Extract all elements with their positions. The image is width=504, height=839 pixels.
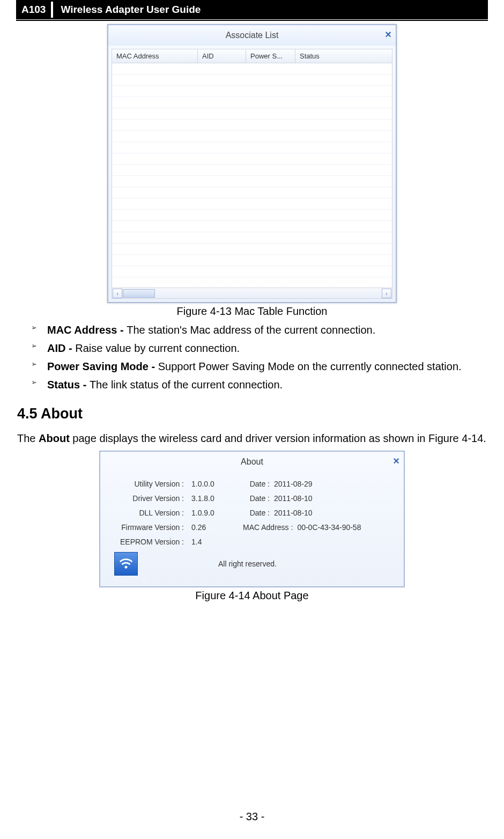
figure-2-caption: Figure 4-14 About Page (17, 590, 487, 602)
col-power[interactable]: Power S... (246, 49, 295, 63)
utility-date-value: 2011-08-29 (274, 480, 313, 488)
firmware-version-label: Firmware Version : (112, 523, 191, 532)
bullet-bold: AID - (47, 342, 75, 354)
section-heading: 4.5 About (17, 406, 487, 422)
table-row (112, 86, 392, 97)
list-item: Status - The link status of the current … (31, 376, 487, 394)
scroll-thumb[interactable] (123, 289, 155, 298)
table-row (112, 255, 392, 266)
about-paragraph: The About page displays the wireless car… (17, 430, 487, 447)
table-row (112, 63, 392, 75)
utility-date-label: Date : (243, 480, 274, 488)
driver-version-label: Driver Version : (112, 494, 191, 503)
utility-version-label: Utility Version : (112, 480, 191, 488)
col-aid[interactable]: AID (198, 49, 246, 63)
eeprom-version-label: EEPROM Version : (112, 538, 191, 546)
table-row (112, 75, 392, 86)
doc-title: Wireless Adapter User Guide (53, 2, 488, 18)
para-bold: About (39, 432, 70, 444)
table-row (112, 198, 392, 210)
grid-body (112, 63, 392, 288)
rights-text: All right reserved. (218, 560, 277, 568)
table-row (112, 244, 392, 255)
scroll-right-icon[interactable]: › (382, 289, 391, 298)
dll-version-label: DLL Version : (112, 509, 191, 517)
close-icon[interactable]: × (385, 28, 391, 41)
page-header: A103 Wireless Adapter User Guide (16, 0, 488, 19)
associate-list-titlebar: Associate List × (108, 25, 396, 46)
table-row (112, 277, 392, 288)
about-row-eeprom: EEPROM Version : 1.4 (112, 538, 392, 546)
list-item: Power Saving Mode - Support Power Saving… (31, 357, 487, 376)
table-row (112, 266, 392, 277)
bullet-list: MAC Address - The station's Mac address … (31, 321, 487, 394)
svg-point-0 (125, 566, 128, 569)
about-window: About × Utility Version : 1.0.0.0 Date :… (99, 451, 405, 587)
table-row (112, 176, 392, 187)
mac-address-value: 00-0C-43-34-90-58 (297, 523, 361, 532)
table-row (112, 153, 392, 165)
about-row-driver: Driver Version : 3.1.8.0 Date : 2011-08-… (112, 494, 392, 503)
grid-header: MAC Address AID Power S... Status (112, 49, 392, 63)
associate-grid: MAC Address AID Power S... Status (112, 49, 392, 299)
col-status[interactable]: Status (295, 49, 392, 63)
bullet-bold: Status - (47, 379, 90, 391)
table-row (112, 142, 392, 153)
dll-version-value: 1.0.9.0 (191, 509, 243, 517)
bullet-bold: Power Saving Mode - (47, 360, 158, 372)
about-row-dll: DLL Version : 1.0.9.0 Date : 2011-08-10 (112, 509, 392, 517)
table-row (112, 210, 392, 221)
about-row-utility: Utility Version : 1.0.0.0 Date : 2011-08… (112, 480, 392, 488)
associate-list-window: Associate List × MAC Address AID Power S… (107, 24, 397, 303)
table-row (112, 131, 392, 142)
list-item: MAC Address - The station's Mac address … (31, 321, 487, 339)
bullet-text: Raise value by current connection. (75, 342, 240, 354)
about-body: Utility Version : 1.0.0.0 Date : 2011-08… (100, 472, 404, 586)
driver-date-label: Date : (243, 494, 274, 503)
utility-version-value: 1.0.0.0 (191, 480, 243, 488)
wifi-icon (114, 552, 138, 576)
para-post: page displays the wireless card and driv… (70, 432, 486, 444)
table-row (112, 165, 392, 176)
col-mac[interactable]: MAC Address (112, 49, 198, 63)
para-pre: The (17, 432, 39, 444)
table-row (112, 187, 392, 198)
dll-date-label: Date : (243, 509, 274, 517)
associate-list-title: Associate List (226, 31, 279, 40)
eeprom-version-value: 1.4 (191, 538, 243, 546)
table-row (112, 97, 392, 108)
bullet-bold: MAC Address - (47, 324, 127, 336)
dll-date-value: 2011-08-10 (274, 509, 313, 517)
scroll-left-icon[interactable]: ‹ (113, 289, 122, 298)
table-row (112, 221, 392, 232)
table-row (112, 232, 392, 244)
bullet-text: The station's Mac address of the current… (127, 324, 375, 336)
driver-version-value: 3.1.8.0 (191, 494, 243, 503)
about-titlebar: About × (100, 452, 404, 472)
firmware-version-value: 0.26 (191, 523, 243, 532)
figure-1-caption: Figure 4-13 Mac Table Function (17, 305, 487, 318)
about-title: About (241, 457, 263, 466)
about-bottom-row: All right reserved. (112, 552, 392, 581)
close-icon[interactable]: × (393, 455, 399, 467)
bullet-text: Support Power Saving Mode on the current… (158, 360, 462, 372)
horizontal-scrollbar[interactable]: ‹ › (112, 288, 392, 298)
table-row (112, 108, 392, 120)
table-row (112, 120, 392, 131)
brand: A103 (16, 2, 53, 18)
mac-address-label: MAC Address : (243, 523, 297, 532)
about-row-firmware: Firmware Version : 0.26 MAC Address : 00… (112, 523, 392, 532)
list-item: AID - Raise value by current connection. (31, 339, 487, 357)
bullet-text: The link status of the current connectio… (90, 379, 283, 391)
driver-date-value: 2011-08-10 (274, 494, 313, 503)
